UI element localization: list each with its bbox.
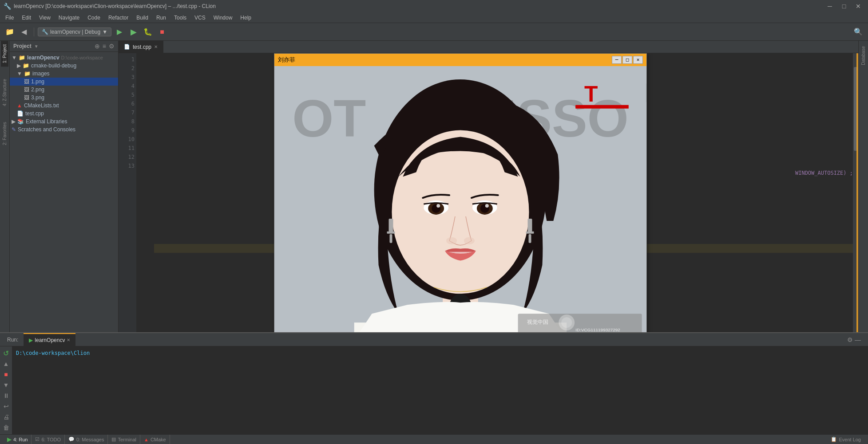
scroll-down-btn[interactable]: ▼ bbox=[1, 380, 11, 390]
toolbar-back-btn[interactable]: ◀ bbox=[18, 26, 30, 38]
bottom-settings-btn[interactable]: ⚙ bbox=[847, 336, 853, 343]
svg-rect-21 bbox=[387, 232, 395, 234]
terminal-status-label: Terminal bbox=[118, 437, 136, 442]
print-btn[interactable]: 🖨 bbox=[1, 412, 11, 422]
images-folder-label: images bbox=[32, 71, 50, 77]
opencv-window-title: 刘亦菲 bbox=[278, 55, 295, 64]
todo-status-icon: ☑ bbox=[35, 436, 40, 442]
toolbar-search-btn[interactable]: 🔍 bbox=[852, 26, 864, 38]
svg-point-9 bbox=[392, 130, 529, 294]
toolbar-stop-btn[interactable]: ■ bbox=[156, 26, 168, 38]
messages-status-icon: 💬 bbox=[68, 436, 75, 442]
menu-file[interactable]: File bbox=[2, 14, 17, 22]
toolbar-debug-btn[interactable]: 🐛 bbox=[142, 26, 154, 38]
scratches-label: Scratches and Consoles bbox=[18, 126, 75, 133]
project-settings-btn[interactable]: ⚙ bbox=[109, 43, 115, 50]
project-header-label: Project bbox=[13, 43, 32, 49]
change-indicator bbox=[856, 53, 858, 332]
close-button[interactable]: ✕ bbox=[852, 1, 864, 11]
tree-item-images[interactable]: ▼ 📁 images bbox=[10, 70, 118, 78]
toolbar-project-view-btn[interactable]: 📁 bbox=[4, 26, 16, 38]
toolbar-run-config[interactable]: 🔧 learnOpencv | Debug ▼ bbox=[38, 28, 111, 36]
tree-item-root[interactable]: ▼ 📁 learnOpencv D:\code-workspace bbox=[10, 54, 118, 62]
testcpp-label: test.cpp bbox=[25, 110, 44, 117]
menu-build[interactable]: Build bbox=[133, 14, 152, 22]
menu-vcs[interactable]: VCS bbox=[191, 14, 209, 22]
project-add-btn[interactable]: ⊕ bbox=[95, 43, 100, 50]
cmake-status-icon: ▲ bbox=[144, 437, 149, 442]
trash-btn[interactable]: 🗑 bbox=[1, 423, 11, 432]
cmake-status-label: CMake bbox=[151, 437, 166, 442]
3png-label: 3.png bbox=[31, 94, 44, 101]
status-cmake-tab[interactable]: ▲ CMake bbox=[140, 435, 170, 444]
stop-btn[interactable]: ■ bbox=[1, 369, 11, 379]
status-event-log[interactable]: 📋 Event Log bbox=[827, 435, 864, 444]
scroll-up-btn[interactable]: ▲ bbox=[1, 359, 11, 369]
editor-content[interactable]: ​ ​ ​ ​ ▶ WINDOW_AUTOSIZE) ; bbox=[154, 53, 858, 332]
svg-point-17 bbox=[485, 204, 489, 208]
tree-item-cmakelists[interactable]: ▲ CMakeLists.txt bbox=[10, 102, 118, 110]
file-icon-scratch: ✎ bbox=[12, 126, 16, 133]
menu-code[interactable]: Code bbox=[84, 14, 104, 22]
status-terminal-tab[interactable]: ▤ Terminal bbox=[108, 435, 140, 444]
pause-btn[interactable]: ⏸ bbox=[1, 391, 11, 401]
zstructure-tab-vertical[interactable]: 4: Z-Structure bbox=[1, 75, 8, 110]
status-run-tab[interactable]: ▶ 4: Run bbox=[4, 435, 32, 444]
toolbar-run-btn[interactable]: ▶ bbox=[127, 26, 140, 38]
tree-item-cmake-build-debug[interactable]: ▶ 📁 cmake-build-debug bbox=[10, 62, 118, 70]
minimize-button[interactable]: ─ bbox=[824, 1, 836, 11]
opencv-minimize-btn[interactable]: ─ bbox=[612, 56, 622, 64]
messages-status-label: 0: Messages bbox=[76, 437, 104, 442]
tree-item-testcpp[interactable]: 📄 test.cpp bbox=[10, 110, 118, 118]
left-vertical-tabs: 1: Project 4: Z-Structure 2: Favorites bbox=[0, 41, 10, 332]
project-collapse-btn[interactable]: ≡ bbox=[103, 43, 106, 50]
menu-help[interactable]: Help bbox=[237, 14, 255, 22]
tree-collapse-images: ▼ bbox=[17, 71, 22, 77]
portrait-svg: TISSO OT T bbox=[274, 66, 646, 332]
menu-navigate[interactable]: Navigate bbox=[55, 14, 83, 22]
cmake-build-label: cmake-build-debug bbox=[31, 63, 76, 69]
maximize-button[interactable]: □ bbox=[838, 1, 850, 11]
menu-tools[interactable]: Tools bbox=[170, 14, 190, 22]
project-tab-vertical[interactable]: 1: Project bbox=[1, 41, 8, 67]
tree-item-2png[interactable]: 🖼 2.png bbox=[10, 86, 118, 94]
folder-icon-cmake: 📁 bbox=[23, 63, 29, 69]
tab-testcpp[interactable]: 📄 test.cpp ✕ bbox=[119, 41, 163, 53]
toolbar-separator-1 bbox=[34, 28, 34, 36]
svg-rect-22 bbox=[390, 234, 392, 243]
opencv-maximize-btn[interactable]: □ bbox=[622, 56, 632, 64]
status-messages-tab[interactable]: 💬 0: Messages bbox=[65, 435, 108, 444]
toolbar-build-btn[interactable]: ▶ bbox=[113, 26, 126, 38]
tree-item-1png[interactable]: 🖼 1.png bbox=[10, 78, 118, 86]
svg-rect-25 bbox=[529, 234, 531, 243]
menu-run[interactable]: Run bbox=[153, 14, 170, 22]
folder-icon-images: 📁 bbox=[24, 71, 31, 77]
menu-window[interactable]: Window bbox=[210, 14, 236, 22]
run-status-icon: ▶ bbox=[7, 436, 12, 443]
tab-close-btn[interactable]: ✕ bbox=[154, 44, 158, 49]
svg-rect-20 bbox=[389, 219, 393, 232]
tree-item-3png[interactable]: 🖼 3.png bbox=[10, 94, 118, 102]
folder-icon-root: 📁 bbox=[19, 55, 25, 61]
menu-refactor[interactable]: Refactor bbox=[105, 14, 132, 22]
window-autosize-code: WINDOW_AUTOSIZE) ; bbox=[795, 170, 853, 176]
restart-btn[interactable]: ↺ bbox=[1, 348, 11, 358]
opencv-window-titlebar: 刘亦菲 ─ □ ✕ bbox=[274, 54, 646, 66]
tree-item-external-libs[interactable]: ▶ 📚 External Libraries bbox=[10, 118, 118, 126]
tree-item-scratches[interactable]: ✎ Scratches and Consoles bbox=[10, 126, 118, 134]
title-left: 🔧 learnOpencv [D:\code-workspace\Clion-w… bbox=[4, 3, 216, 10]
wrap-btn[interactable]: ↩ bbox=[1, 401, 11, 411]
run-tab-close[interactable]: ✕ bbox=[67, 338, 70, 342]
menu-view[interactable]: View bbox=[36, 14, 54, 22]
opencv-close-btn[interactable]: ✕ bbox=[633, 56, 643, 64]
bottom-close-btn[interactable]: — bbox=[855, 336, 861, 343]
app-logo: 🔧 bbox=[4, 3, 11, 10]
status-todo-tab[interactable]: ☑ 6: TODO bbox=[32, 435, 65, 444]
svg-point-13 bbox=[436, 204, 440, 208]
editor-minimap bbox=[853, 53, 858, 332]
bottom-tab-run[interactable]: ▶ learnOpencv ✕ bbox=[24, 333, 75, 346]
svg-point-32 bbox=[561, 317, 572, 328]
database-tab[interactable]: Database bbox=[860, 43, 867, 69]
favorites-tab-vertical[interactable]: 2: Favorites bbox=[1, 118, 8, 149]
menu-edit[interactable]: Edit bbox=[18, 14, 35, 22]
